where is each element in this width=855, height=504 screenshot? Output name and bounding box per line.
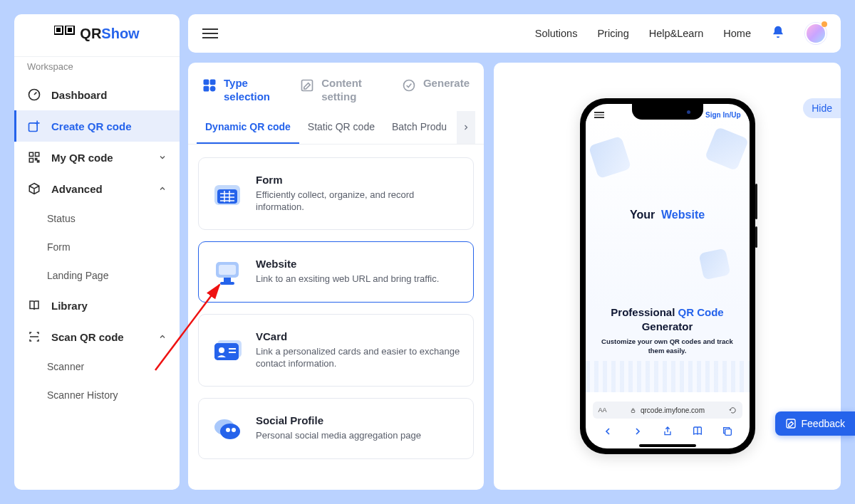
type-title: Form xyxy=(256,174,460,186)
sidebar-item-label: Advanced xyxy=(51,183,103,195)
svg-rect-38 xyxy=(631,410,635,412)
svg-rect-11 xyxy=(204,80,209,85)
back-icon[interactable] xyxy=(602,426,613,440)
nav-pricing[interactable]: Pricing xyxy=(597,28,628,39)
svg-rect-5 xyxy=(29,123,38,132)
sidebar-item-advanced[interactable]: Advanced xyxy=(14,173,180,204)
step-type-selection[interactable]: Type selection xyxy=(202,77,280,104)
hide-button[interactable]: Hide xyxy=(803,98,841,118)
sidebar-sub-form[interactable]: Form xyxy=(14,233,180,261)
svg-point-36 xyxy=(226,428,230,432)
feedback-button[interactable]: Feedback xyxy=(775,411,855,436)
sidebar-item-label: Dashboard xyxy=(51,89,107,101)
sidebar-item-library[interactable]: Library xyxy=(14,290,180,321)
svg-rect-26 xyxy=(224,278,231,282)
qr-icon xyxy=(27,150,41,164)
gauge-icon xyxy=(27,88,41,102)
browser-toolbar xyxy=(586,423,750,443)
svg-rect-27 xyxy=(220,282,234,285)
edit-icon xyxy=(300,78,314,93)
scan-icon xyxy=(27,330,41,344)
step-label: Content setting xyxy=(321,77,382,104)
svg-rect-7 xyxy=(36,152,39,156)
url-text: qrcode.imyfone.com xyxy=(641,406,705,414)
type-card-form[interactable]: Form Efficiently collect, organize, and … xyxy=(198,157,474,230)
step-label: Generate xyxy=(423,77,470,90)
step-content-setting[interactable]: Content setting xyxy=(300,77,382,104)
topbar: Solutions Pricing Help&Learn Home xyxy=(188,14,841,53)
type-card-social[interactable]: Social Profile Personal social media agg… xyxy=(198,398,474,459)
sidebar-item-create[interactable]: Create QR code xyxy=(14,110,180,142)
cube-icon xyxy=(27,182,41,196)
logo[interactable]: QRShow xyxy=(14,14,180,56)
logo-qr-icon xyxy=(54,26,76,42)
book-icon xyxy=(27,298,41,313)
tab-batch[interactable]: Batch Produ xyxy=(383,111,455,144)
decorative-cube xyxy=(698,248,730,280)
create-panel: Type selection Content setting Generate … xyxy=(188,63,484,490)
avatar[interactable] xyxy=(805,23,826,44)
reload-icon[interactable] xyxy=(729,406,737,414)
home-indicator xyxy=(639,444,696,447)
tab-dynamic[interactable]: Dynamic QR code xyxy=(197,111,299,144)
sign-in-link[interactable]: Sign In/Up xyxy=(705,111,740,119)
tab-static[interactable]: Static QR code xyxy=(299,111,383,144)
sidebar-item-myqr[interactable]: My QR code xyxy=(14,142,180,173)
nav-home[interactable]: Home xyxy=(723,28,751,39)
bell-icon[interactable] xyxy=(771,25,785,42)
menu-toggle-icon[interactable] xyxy=(202,28,218,38)
type-desc: Link to an exsiting web URL and bring tr… xyxy=(256,273,439,285)
type-card-vcard[interactable]: VCard Link a personalized cards and easi… xyxy=(198,314,474,387)
check-circle-icon xyxy=(402,78,416,93)
workspace-label: Workspace xyxy=(14,56,180,79)
lock-icon xyxy=(630,407,636,414)
nav-help[interactable]: Help&Learn xyxy=(649,28,704,39)
sidebar-item-label: Create QR code xyxy=(51,120,132,132)
sidebar-sub-scanner[interactable]: Scanner xyxy=(14,352,180,381)
text-size-icon[interactable]: AA xyxy=(598,406,607,414)
type-desc: Efficiently collect, organize, and recor… xyxy=(256,189,460,214)
svg-point-14 xyxy=(211,87,215,91)
sidebar-item-label: My QR code xyxy=(51,152,113,164)
tabs-next-icon[interactable] xyxy=(457,111,475,144)
sidebar-item-label: Library xyxy=(51,300,88,312)
nav-solutions[interactable]: Solutions xyxy=(535,28,578,39)
tabs-icon[interactable] xyxy=(722,426,733,440)
svg-rect-6 xyxy=(29,152,33,156)
share-icon[interactable] xyxy=(662,426,673,440)
bookmarks-icon[interactable] xyxy=(692,426,703,440)
sidebar-item-label: Scan QR code xyxy=(51,331,124,343)
type-list[interactable]: Form Efficiently collect, organize, and … xyxy=(188,145,484,490)
hero-description: Customize your own QR codes and track th… xyxy=(596,337,740,356)
step-generate[interactable]: Generate xyxy=(402,77,470,104)
svg-rect-3 xyxy=(68,28,72,32)
svg-rect-18 xyxy=(217,189,237,204)
sidebar-item-dashboard[interactable]: Dashboard xyxy=(14,79,180,110)
phone-menu-icon[interactable] xyxy=(594,112,604,118)
svg-rect-8 xyxy=(29,159,33,162)
svg-rect-13 xyxy=(204,87,209,91)
decorative-dots xyxy=(586,361,750,392)
step-label: Type selection xyxy=(224,77,280,104)
svg-rect-15 xyxy=(302,80,313,91)
form-icon xyxy=(212,179,243,208)
type-title: Website xyxy=(256,258,439,270)
sidebar-item-scan[interactable]: Scan QR code xyxy=(14,321,180,352)
type-desc: Personal social media aggregation page xyxy=(256,429,421,442)
svg-point-37 xyxy=(232,428,236,432)
sidebar-sub-landing[interactable]: Landing Page xyxy=(14,261,180,290)
svg-point-16 xyxy=(403,80,414,91)
monitor-icon xyxy=(212,258,243,286)
svg-rect-1 xyxy=(56,28,61,32)
sidebar: QRShow Workspace Dashboard Create QR cod… xyxy=(14,14,180,490)
svg-point-35 xyxy=(220,424,240,439)
vcard-icon xyxy=(212,336,243,364)
type-card-website[interactable]: Website Link to an exsiting web URL and … xyxy=(198,241,474,303)
url-bar[interactable]: AA qrcode.imyfone.com xyxy=(593,401,742,419)
sidebar-sub-status[interactable]: Status xyxy=(14,204,180,233)
sidebar-sub-scanner-history[interactable]: Scanner History xyxy=(14,381,180,409)
svg-rect-12 xyxy=(211,80,215,85)
forward-icon[interactable] xyxy=(632,426,643,440)
type-title: Social Profile xyxy=(256,414,421,426)
steps: Type selection Content setting Generate xyxy=(188,63,484,111)
